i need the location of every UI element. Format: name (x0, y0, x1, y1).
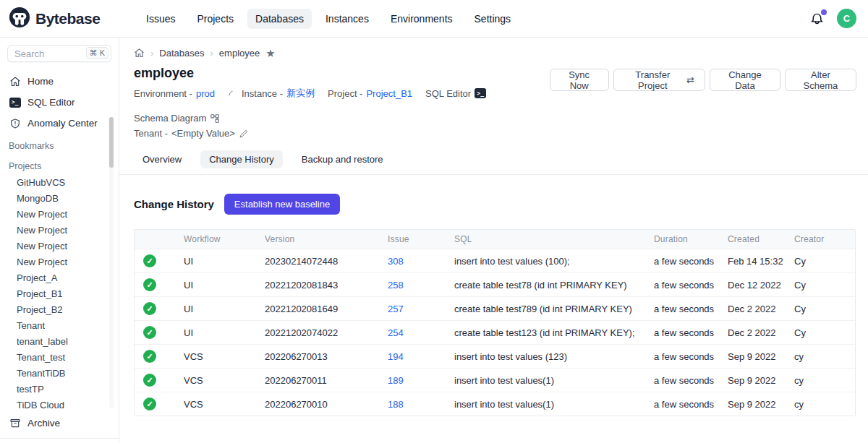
meta-sql-editor[interactable]: SQL Editor >_ (425, 88, 486, 99)
shield-icon (9, 117, 21, 129)
table-row[interactable]: ✓VCS202206270010188insert into test valu… (135, 392, 855, 416)
sidebar-project-item[interactable]: New Project (0, 254, 119, 270)
home-icon[interactable] (134, 48, 145, 59)
duration-cell: a few seconds (645, 249, 719, 273)
issue-cell: 254 (379, 321, 446, 345)
table-row[interactable]: ✓VCS202206270011189insert into test valu… (135, 369, 855, 392)
success-check-icon: ✓ (143, 397, 156, 410)
establish-baseline-button[interactable]: Establish new baseline (224, 194, 340, 215)
sidebar-project-item[interactable]: New Project (0, 222, 119, 238)
duration-cell: a few seconds (645, 392, 719, 416)
tab-change-history[interactable]: Change History (200, 150, 283, 168)
alter-schema-button[interactable]: Alter Schema (785, 69, 856, 91)
issue-link[interactable]: 188 (388, 399, 404, 410)
creator-cell: Cy (786, 321, 855, 345)
sidebar-item-sql-editor[interactable]: >_SQL Editor (0, 92, 119, 113)
version-cell: 202206270010 (256, 392, 379, 416)
sidebar-project-item[interactable]: Project_B1 (0, 285, 119, 301)
status-cell: ✓ (135, 392, 175, 416)
nav-item-databases[interactable]: Databases (247, 9, 312, 29)
table-row[interactable]: ✓UI20221202074022254create table test123… (135, 321, 855, 345)
column-header-created: Created (719, 230, 786, 249)
column-header-status (135, 230, 175, 249)
sidebar-project-item[interactable]: testTP (0, 381, 119, 397)
instance-link[interactable]: 新实例 (286, 87, 315, 100)
sidebar-project-item[interactable]: MongoDB (0, 190, 119, 206)
creator-cell: Cy (786, 249, 855, 273)
plan-label: Enterprise Plan (0, 438, 119, 443)
nav-item-environments[interactable]: Environments (383, 9, 461, 29)
status-cell: ✓ (135, 345, 175, 369)
breadcrumb-employee[interactable]: employee (219, 48, 260, 59)
sidebar-item-label: Anomaly Center (27, 118, 98, 129)
meta-tenant: Tenant - <Empty Value> (134, 128, 249, 139)
nav-item-settings[interactable]: Settings (467, 9, 519, 29)
change-data-button[interactable]: Change Data (710, 69, 780, 91)
bytebase-logo-icon (9, 7, 30, 31)
sidebar-project-item[interactable]: GitHubVCS (0, 174, 119, 190)
sidebar-item-archive[interactable]: Archive (0, 413, 119, 434)
sidebar-item-home[interactable]: Home (0, 71, 119, 92)
sidebar-project-item[interactable]: Tenant (0, 317, 119, 333)
sidebar-nav: Home>_SQL EditorAnomaly Center (0, 71, 119, 134)
transfer-project-button[interactable]: Transfer Project⇄ (613, 69, 705, 91)
sidebar-project-item[interactable]: TiDB Cloud (0, 397, 119, 413)
nav-item-projects[interactable]: Projects (189, 9, 242, 29)
sidebar-item-anomaly-center[interactable]: Anomaly Center (0, 113, 119, 134)
version-cell: 20221202081649 (256, 297, 379, 321)
button-label: Alter Schema (796, 69, 846, 91)
breadcrumb-databases[interactable]: Databases (159, 48, 204, 59)
brand[interactable]: Bytebase (9, 7, 128, 31)
sync-now-button[interactable]: Sync Now (550, 69, 609, 91)
environment-link[interactable]: prod (196, 88, 215, 99)
meta-environment: Environment - prod (134, 88, 215, 99)
status-cell: ✓ (135, 249, 175, 273)
meta-schema-diagram[interactable]: Schema Diagram (134, 113, 220, 124)
terminal-icon: >_ (9, 96, 21, 108)
nav-item-instances[interactable]: Instances (318, 9, 377, 29)
issue-link[interactable]: 194 (388, 351, 404, 362)
success-check-icon: ✓ (143, 302, 156, 315)
sql-cell: create table test789 (id int PRIMARY KEY… (446, 297, 645, 321)
notifications-bell-icon[interactable] (809, 11, 825, 27)
creator-cell: Cy (786, 297, 855, 321)
project-link[interactable]: Project_B1 (366, 88, 412, 99)
brand-name: Bytebase (35, 10, 100, 27)
sidebar-project-item[interactable]: Project_A (0, 270, 119, 285)
projects-section-label: Projects (0, 154, 119, 174)
created-cell: Sep 9 2022 (719, 369, 786, 392)
meta-project: Project - Project_B1 (328, 88, 412, 99)
avatar[interactable]: C (837, 9, 856, 28)
table-row[interactable]: ✓UI20221202081649257create table test789… (135, 297, 855, 321)
success-check-icon: ✓ (143, 254, 156, 267)
table-row[interactable]: ✓VCS202206270013194insert into test valu… (135, 345, 855, 369)
sidebar-project-item[interactable]: Tenant_test (0, 349, 119, 365)
favorite-star-icon[interactable]: ★ (265, 48, 275, 59)
issue-link[interactable]: 254 (388, 327, 404, 338)
sidebar-project-item[interactable]: tenant_label (0, 333, 119, 349)
table-row[interactable]: ✓UI20221202081843258create table test78 … (135, 273, 855, 297)
issue-link[interactable]: 189 (388, 375, 404, 386)
sql-cell: insert into test values (100); (446, 249, 645, 273)
version-cell: 20230214072448 (256, 249, 379, 273)
issue-link[interactable]: 257 (388, 304, 404, 314)
table-row[interactable]: ✓UI20230214072448308insert into test val… (135, 249, 855, 273)
page-actions: Sync NowTransfer Project⇄Change DataAlte… (550, 69, 856, 91)
sidebar-project-item[interactable]: New Project (0, 206, 119, 222)
nav-item-issues[interactable]: Issues (138, 9, 183, 29)
issue-cell: 194 (379, 345, 446, 369)
issue-link[interactable]: 258 (388, 280, 404, 291)
success-check-icon: ✓ (143, 278, 156, 291)
edit-pencil-icon[interactable] (239, 129, 249, 139)
nav-right: C (809, 9, 856, 28)
breadcrumb: › Databases › employee ★ (119, 38, 868, 59)
sidebar-project-item[interactable]: Project_B2 (0, 301, 119, 317)
sidebar-scrollbar-thumb[interactable] (109, 117, 114, 168)
notification-dot (821, 9, 827, 15)
sidebar-project-item[interactable]: New Project (0, 238, 119, 254)
sql-cell: insert into test values(1) (446, 369, 645, 392)
tab-overview[interactable]: Overview (134, 150, 190, 168)
sidebar-project-item[interactable]: TenantTiDB (0, 365, 119, 381)
tab-backup-and-restore[interactable]: Backup and restore (293, 150, 392, 168)
issue-link[interactable]: 308 (388, 256, 404, 267)
